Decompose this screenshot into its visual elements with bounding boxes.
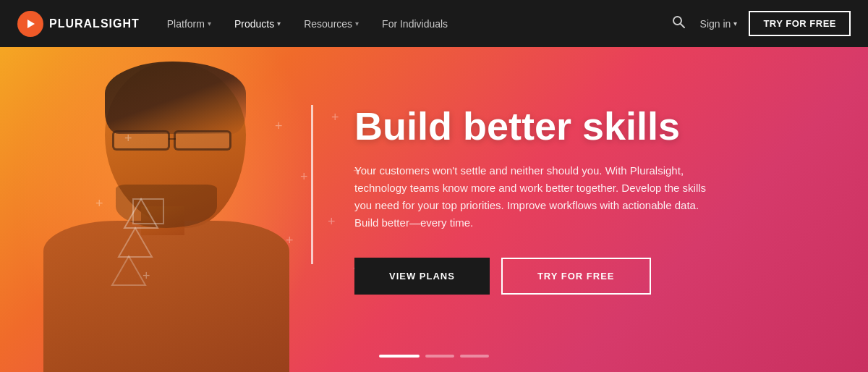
- hero-title: Build better skills: [354, 105, 796, 148]
- hero-try-free-button[interactable]: TRY FOR FREE: [501, 258, 651, 295]
- hero-person-image: [0, 47, 347, 372]
- navbar: PLURALSIGHT Platform ▾ Products ▾ Resour…: [0, 0, 868, 47]
- try-for-free-button[interactable]: TRY FOR FREE: [749, 11, 851, 36]
- slide-dot-1[interactable]: [379, 355, 420, 358]
- hero-subtitle: Your customers won't settle and neither …: [354, 162, 716, 232]
- signin-button[interactable]: Sign in ▾: [700, 18, 738, 30]
- platform-chevron-icon: ▾: [208, 20, 211, 28]
- nav-products[interactable]: Products ▾: [224, 12, 291, 35]
- signin-chevron-icon: ▾: [733, 20, 737, 28]
- logo[interactable]: PLURALSIGHT: [17, 11, 140, 37]
- hero-vertical-divider: [311, 105, 313, 264]
- slide-dot-2[interactable]: [425, 355, 454, 358]
- nav-resources[interactable]: Resources ▾: [294, 12, 369, 35]
- hero-content: Build better skills Your customers won't…: [333, 90, 825, 309]
- products-chevron-icon: ▾: [277, 20, 281, 28]
- logo-icon: [17, 11, 43, 37]
- nav-for-individuals[interactable]: For Individuals: [372, 12, 458, 35]
- slide-dot-3[interactable]: [460, 355, 489, 358]
- brand-name: PLURALSIGHT: [49, 17, 140, 30]
- hero-buttons: VIEW PLANS TRY FOR FREE: [354, 258, 796, 295]
- nav-platform[interactable]: Platform ▾: [157, 12, 221, 35]
- nav-links: Platform ▾ Products ▾ Resources ▾ For In…: [157, 12, 668, 35]
- svg-marker-0: [27, 20, 35, 28]
- resources-chevron-icon: ▾: [355, 20, 359, 28]
- hero-section: + + + + + + + + + + Build better skills …: [0, 47, 868, 372]
- search-icon[interactable]: [668, 12, 689, 35]
- nav-right: Sign in ▾ TRY FOR FREE: [668, 11, 851, 36]
- svg-line-2: [680, 24, 684, 28]
- slide-indicators: [379, 355, 489, 358]
- view-plans-button[interactable]: VIEW PLANS: [354, 258, 490, 295]
